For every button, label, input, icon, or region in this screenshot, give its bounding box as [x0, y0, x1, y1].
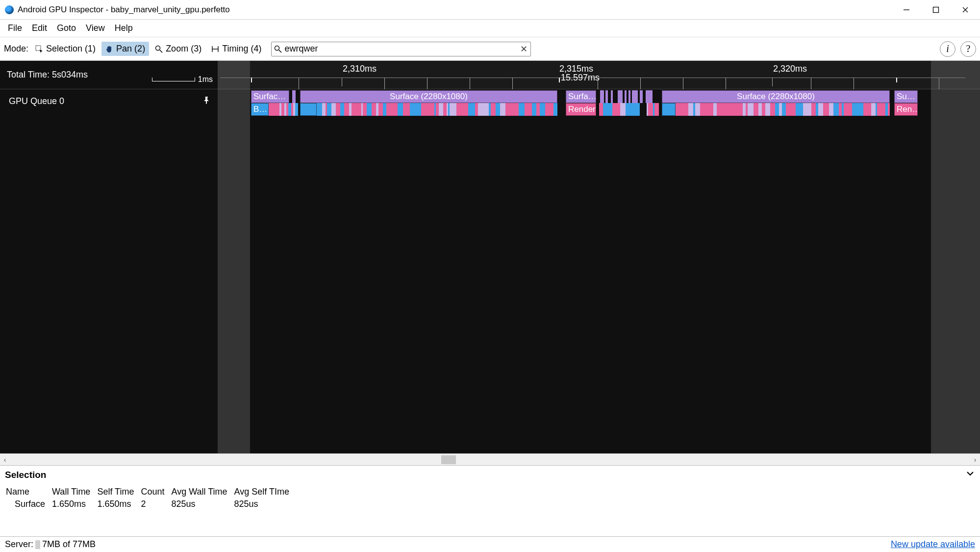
- time-ruler[interactable]: 2,310ms 2,315ms 2,320ms 15.597ms: [218, 61, 980, 89]
- search-box[interactable]: ✕: [271, 42, 531, 56]
- mode-zoom-label: Zoom (3): [166, 44, 201, 54]
- timeline[interactable]: Total Time: 5s034ms 1ms 2,310ms 2,315ms …: [0, 61, 980, 453]
- mode-pan-label: Pan (2): [116, 44, 145, 54]
- toolbar: Mode: Selection (1) Pan (2) Zoom (3) Tim…: [0, 37, 980, 61]
- svg-line-6: [160, 50, 162, 53]
- server-label: Server:: [5, 539, 33, 550]
- status-bar: Server: 7MB of 77MB New update available: [0, 536, 980, 552]
- scroll-thumb[interactable]: [441, 455, 456, 464]
- col-wall[interactable]: Wall Time: [51, 486, 96, 498]
- col-avgw[interactable]: Avg Wall Time: [170, 486, 233, 498]
- mode-selection-label: Selection (1): [46, 44, 96, 54]
- cell-count: 2: [140, 498, 170, 510]
- menu-view[interactable]: View: [81, 21, 110, 35]
- track-panel: GPU Queue 0: [0, 89, 218, 453]
- slice-render[interactable]: [662, 103, 676, 116]
- cell-self: 1.650ms: [96, 498, 140, 510]
- col-count[interactable]: Count: [140, 486, 170, 498]
- total-time: Total Time: 5s034ms: [7, 70, 88, 80]
- col-self[interactable]: Self Time: [96, 486, 140, 498]
- app-icon: [5, 5, 14, 14]
- slice-surface[interactable]: Surfa…: [566, 90, 596, 103]
- timing-icon: [211, 45, 219, 53]
- search-icon: [272, 45, 284, 53]
- titlebar: Android GPU Inspector - baby_marvel_unit…: [0, 0, 980, 20]
- cell-wall: 1.650ms: [51, 498, 96, 510]
- zoom-icon: [155, 45, 163, 53]
- update-link[interactable]: New update available: [891, 539, 975, 550]
- ruler-tick-label: 2,310ms: [343, 64, 377, 74]
- cell-name: Surface: [5, 498, 51, 510]
- svg-rect-1: [933, 7, 939, 12]
- track-name: GPU Queue 0: [9, 96, 64, 106]
- slice-surface[interactable]: Surface (2280x1080): [662, 90, 890, 103]
- track-area[interactable]: Surfac… Surface (2280x1080) Surfa…: [218, 89, 980, 453]
- slice-surface[interactable]: Su…: [894, 90, 918, 103]
- minimize-button[interactable]: [892, 0, 921, 20]
- slice-render[interactable]: B…: [251, 103, 269, 116]
- mode-timing[interactable]: Timing (4): [207, 42, 265, 56]
- col-name[interactable]: Name: [5, 486, 51, 498]
- slice-group[interactable]: [676, 103, 890, 116]
- scroll-right-icon[interactable]: ›: [970, 456, 980, 464]
- slice-group[interactable]: [597, 103, 661, 116]
- mode-label: Mode:: [4, 44, 28, 54]
- frame-duration: 15.597ms: [561, 73, 600, 83]
- menu-help[interactable]: Help: [110, 21, 138, 35]
- menu-edit[interactable]: Edit: [27, 21, 52, 35]
- slice-group[interactable]: [317, 103, 557, 116]
- svg-point-5: [156, 46, 160, 50]
- svg-point-10: [275, 46, 279, 50]
- menu-file[interactable]: File: [3, 21, 27, 35]
- search-input[interactable]: [284, 44, 517, 54]
- maximize-button[interactable]: [921, 0, 951, 20]
- selection-title: Selection: [5, 470, 46, 480]
- mode-pan[interactable]: Pan (2): [101, 42, 149, 56]
- timeline-scrollbar[interactable]: ‹ ›: [0, 453, 980, 465]
- slice-surface[interactable]: Surfac…: [251, 90, 289, 103]
- timeline-header: Total Time: 5s034ms 1ms 2,310ms 2,315ms …: [0, 61, 980, 89]
- scroll-left-icon[interactable]: ‹: [0, 456, 10, 464]
- slice-group[interactable]: [597, 90, 661, 103]
- mode-zoom[interactable]: Zoom (3): [151, 42, 205, 56]
- info-button[interactable]: i: [940, 41, 955, 57]
- slice-render[interactable]: [300, 103, 317, 116]
- mode-selection[interactable]: Selection (1): [31, 42, 100, 56]
- table-row[interactable]: Surface 1.650ms 1.650ms 2 825us 825us: [5, 498, 295, 510]
- slice-render[interactable]: Render: [566, 103, 596, 116]
- time-scale: 1ms: [152, 75, 213, 84]
- chevron-down-icon[interactable]: [965, 469, 975, 481]
- hand-icon: [105, 45, 113, 53]
- slice-group[interactable]: [269, 103, 298, 116]
- slice-surface[interactable]: Surface (2280x1080): [300, 90, 557, 103]
- help-button[interactable]: ?: [960, 41, 976, 57]
- window-title: Android GPU Inspector - baby_marvel_unit…: [18, 5, 230, 15]
- pin-icon[interactable]: [203, 96, 211, 106]
- ruler-tick-label: 2,320ms: [773, 64, 807, 74]
- mode-timing-label: Timing (4): [222, 44, 261, 54]
- close-button[interactable]: [951, 0, 980, 20]
- svg-line-11: [279, 50, 281, 53]
- col-avgs[interactable]: Avg Self TIme: [233, 486, 295, 498]
- selection-icon: [35, 45, 43, 53]
- clear-icon[interactable]: ✕: [517, 44, 530, 54]
- selection-table: Name Wall Time Self Time Count Avg Wall …: [0, 484, 980, 515]
- slice-render[interactable]: Ren…: [894, 103, 918, 116]
- menubar: File Edit Goto View Help: [0, 20, 980, 37]
- selection-header: Selection: [0, 465, 980, 484]
- table-header-row: Name Wall Time Self Time Count Avg Wall …: [5, 486, 295, 498]
- menu-goto[interactable]: Goto: [52, 21, 81, 35]
- memory-meter: [35, 540, 40, 549]
- cell-avgs: 825us: [233, 498, 295, 510]
- slice-gap[interactable]: [296, 90, 300, 103]
- server-value: 7MB of 77MB: [42, 539, 96, 550]
- cell-avgw: 825us: [170, 498, 233, 510]
